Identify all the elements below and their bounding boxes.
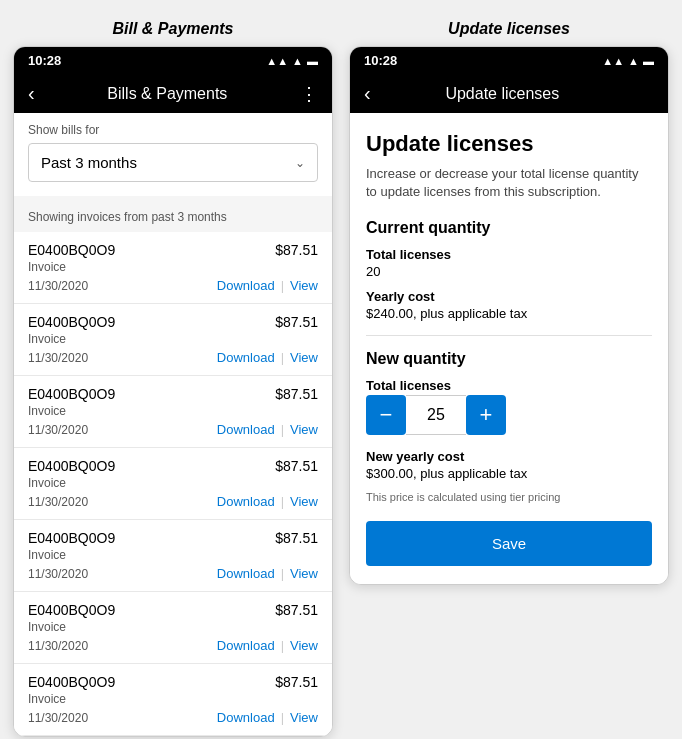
invoice-id: E0400BQ0O9 [28,458,115,474]
invoice-item: E0400BQ0O9 $87.51 Invoice 11/30/2020 Dow… [14,232,332,304]
divider [366,335,652,336]
view-link[interactable]: View [290,710,318,725]
view-link[interactable]: View [290,638,318,653]
view-link[interactable]: View [290,566,318,581]
invoice-actions: Download | View [217,278,318,293]
current-quantity-heading: Current quantity [366,219,652,237]
invoice-date: 11/30/2020 [28,567,88,581]
view-link[interactable]: View [290,350,318,365]
action-separator: | [281,638,284,653]
invoice-id: E0400BQ0O9 [28,314,115,330]
invoice-item: E0400BQ0O9 $87.51 Invoice 11/30/2020 Dow… [14,664,332,736]
action-separator: | [281,350,284,365]
more-button-left[interactable]: ⋮ [300,83,318,105]
back-button-right[interactable]: ‹ [364,82,371,105]
time-left: 10:28 [28,53,61,68]
back-button-left[interactable]: ‹ [28,82,35,105]
download-link[interactable]: Download [217,638,275,653]
invoice-actions: Download | View [217,494,318,509]
left-page-title: Bill & Payments [113,20,234,38]
total-licenses-label-new: Total licenses [366,378,652,393]
wifi-icon-r: ▲ [628,55,639,67]
invoice-amount: $87.51 [275,530,318,546]
invoice-type: Invoice [28,548,318,562]
invoice-actions: Download | View [217,422,318,437]
chevron-down-icon: ⌄ [295,156,305,170]
invoice-actions: Download | View [217,566,318,581]
total-licenses-label-current: Total licenses [366,247,652,262]
invoice-item: E0400BQ0O9 $87.51 Invoice 11/30/2020 Dow… [14,304,332,376]
invoice-item: E0400BQ0O9 $87.51 Invoice 11/30/2020 Dow… [14,448,332,520]
invoice-type: Invoice [28,692,318,706]
filter-section: Show bills for Past 3 months ⌄ [14,113,332,196]
quantity-input[interactable] [406,395,466,435]
invoice-type: Invoice [28,476,318,490]
action-separator: | [281,278,284,293]
download-link[interactable]: Download [217,422,275,437]
invoice-item: E0400BQ0O9 $87.51 Invoice 11/30/2020 Dow… [14,520,332,592]
invoice-item: E0400BQ0O9 $87.51 Invoice 11/30/2020 Dow… [14,592,332,664]
total-licenses-value-current: 20 [366,264,652,279]
status-bar-left: 10:28 ▲▲ ▲ ▬ [14,47,332,74]
filter-label: Show bills for [28,123,318,137]
invoice-id: E0400BQ0O9 [28,674,115,690]
download-link[interactable]: Download [217,278,275,293]
yearly-cost-value: $240.00, plus applicable tax [366,306,652,321]
invoice-date: 11/30/2020 [28,351,88,365]
nav-title-right: Update licenses [379,85,626,103]
action-separator: | [281,494,284,509]
invoice-actions: Download | View [217,350,318,365]
update-licenses-phone: 10:28 ▲▲ ▲ ▬ ‹ Update licenses Update li… [349,46,669,585]
new-quantity-heading: New quantity [366,350,652,368]
invoice-type: Invoice [28,332,318,346]
invoice-type: Invoice [28,404,318,418]
invoice-id: E0400BQ0O9 [28,530,115,546]
invoice-amount: $87.51 [275,386,318,402]
nav-title-left: Bills & Payments [43,85,292,103]
view-link[interactable]: View [290,494,318,509]
battery-icon-r: ▬ [643,55,654,67]
download-link[interactable]: Download [217,566,275,581]
signal-icon: ▲▲ [266,55,288,67]
update-licenses-heading: Update licenses [366,131,652,157]
action-separator: | [281,566,284,581]
view-link[interactable]: View [290,278,318,293]
save-button[interactable]: Save [366,521,652,566]
invoice-id: E0400BQ0O9 [28,602,115,618]
bills-content: Show bills for Past 3 months ⌄ Showing i… [14,113,332,736]
download-link[interactable]: Download [217,350,275,365]
invoice-item: E0400BQ0O9 $87.51 Invoice 11/30/2020 Dow… [14,376,332,448]
update-content: Update licenses Increase or decrease you… [350,113,668,584]
yearly-cost-label: Yearly cost [366,289,652,304]
battery-icon: ▬ [307,55,318,67]
status-icons-left: ▲▲ ▲ ▬ [266,55,318,67]
invoice-amount: $87.51 [275,458,318,474]
view-link[interactable]: View [290,422,318,437]
invoice-date: 11/30/2020 [28,711,88,725]
invoice-amount: $87.51 [275,602,318,618]
invoice-type: Invoice [28,260,318,274]
showing-label: Showing invoices from past 3 months [14,202,332,232]
status-icons-right: ▲▲ ▲ ▬ [602,55,654,67]
nav-bar-left: ‹ Bills & Payments ⋮ [14,74,332,113]
time-right: 10:28 [364,53,397,68]
new-yearly-cost-value: $300.00, plus applicable tax [366,466,652,481]
increase-button[interactable]: + [466,395,506,435]
download-link[interactable]: Download [217,494,275,509]
right-page-title: Update licenses [448,20,570,38]
invoice-amount: $87.51 [275,242,318,258]
download-link[interactable]: Download [217,710,275,725]
action-separator: | [281,710,284,725]
action-separator: | [281,422,284,437]
invoice-date: 11/30/2020 [28,423,88,437]
filter-dropdown[interactable]: Past 3 months ⌄ [28,143,318,182]
pricing-note: This price is calculated using tier pric… [366,491,652,503]
invoice-id: E0400BQ0O9 [28,386,115,402]
quantity-controls: − + [366,395,652,435]
invoice-date: 11/30/2020 [28,495,88,509]
filter-selected: Past 3 months [41,154,137,171]
wifi-icon: ▲ [292,55,303,67]
invoice-actions: Download | View [217,638,318,653]
decrease-button[interactable]: − [366,395,406,435]
signal-icon-r: ▲▲ [602,55,624,67]
